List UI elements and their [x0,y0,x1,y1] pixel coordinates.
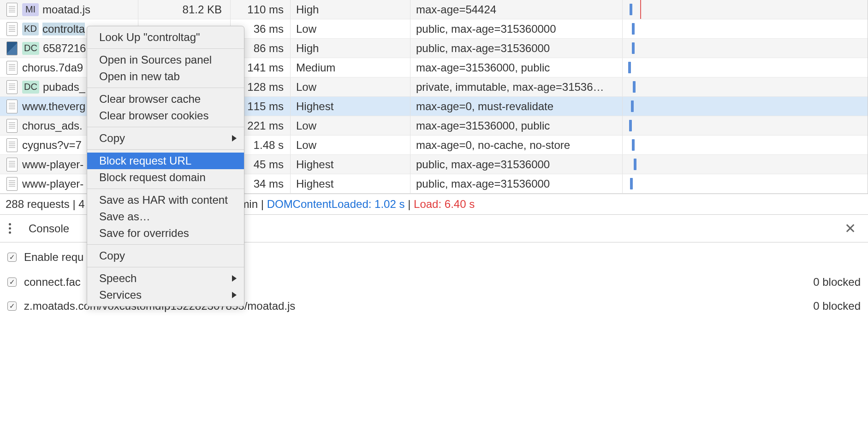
waterfall-bar [632,23,635,35]
waterfall-cell [623,136,868,154]
menu-save-overrides[interactable]: Save for overrides [87,225,244,242]
blocked-count: 0 blocked [813,300,861,313]
summary-load: Load: 6.40 s [414,198,475,210]
waterfall-bar [634,159,636,170]
script-file-icon [6,100,18,113]
priority-cell: Highest [291,155,410,174]
checkbox-icon[interactable]: ✓ [7,301,17,311]
menu-services[interactable]: Services [87,287,244,303]
initiator-badge: DC [22,42,39,55]
menu-save-har[interactable]: Save as HAR with content [87,192,244,208]
script-file-icon [6,22,18,36]
menu-divider [87,127,244,127]
script-file-icon [6,3,18,17]
menu-open-sources[interactable]: Open in Sources panel [87,52,244,68]
request-name: www-player- [22,158,83,171]
script-file-icon [6,138,18,152]
cache-cell: public, max-age=31536000 [410,155,623,174]
tab-console[interactable]: Console [23,220,75,237]
cache-cell: public, max-age=31536000 [410,174,623,193]
menu-divider [87,48,244,49]
summary-dcl: DOMContentLoaded: 1.02 s [267,198,405,210]
menu-divider [87,267,244,267]
cache-cell: public, max-age=315360000 [410,19,623,38]
menu-divider [87,189,244,189]
name-cell[interactable]: MImoatad.js [0,0,138,19]
checkbox-icon[interactable]: ✓ [7,253,17,262]
initiator-badge: MI [22,3,39,16]
menu-lookup[interactable]: Look Up "controltag" [87,29,244,46]
initiator-badge: KD [22,23,39,35]
size-cell: 81.2 KB [138,0,231,19]
request-name: cygnus?v=7 [22,139,82,152]
waterfall-bar [631,100,634,112]
script-file-icon [6,158,18,171]
menu-divider [87,88,244,88]
menu-divider [87,149,244,150]
script-file-icon [6,80,18,94]
waterfall-cell [623,0,868,19]
checkbox-icon[interactable]: ✓ [7,277,17,287]
chevron-right-icon [232,275,237,282]
time-cell: 110 ms [231,0,291,19]
menu-copy-2[interactable]: Copy [87,248,244,264]
load-event-marker [640,0,641,19]
initiator-badge: DC [22,81,39,94]
priority-cell: Medium [291,58,410,77]
chevron-right-icon [232,135,237,142]
close-icon[interactable]: ✕ [838,218,862,238]
request-name: www-player- [22,177,83,190]
waterfall-cell [623,155,868,174]
priority-cell: Low [291,116,410,135]
menu-speech[interactable]: Speech [87,270,244,287]
waterfall-bar [633,81,636,93]
network-row[interactable]: MImoatad.js81.2 KB110 msHighmax-age=5442… [0,0,868,19]
menu-copy[interactable]: Copy [87,130,244,147]
cache-cell: public, max-age=31536000 [410,39,623,58]
priority-cell: High [291,39,410,58]
request-name: moatad.js [42,3,90,16]
chevron-right-icon [232,292,237,298]
blocked-count: 0 blocked [813,276,861,289]
priority-cell: Low [291,136,410,154]
menu-divider [87,244,244,245]
script-file-icon [6,177,18,191]
menu-open-tab[interactable]: Open in new tab [87,68,244,85]
context-menu: Look Up "controltag" Open in Sources pan… [87,26,244,307]
kebab-icon[interactable] [6,220,14,236]
cache-cell: private, immutable, max-age=31536… [410,77,623,96]
menu-block-domain[interactable]: Block request domain [87,169,244,186]
waterfall-cell [623,116,868,135]
menu-block-url[interactable]: Block request URL [87,153,244,169]
request-name: www.theverg [22,100,85,113]
script-file-icon [6,61,18,75]
cache-cell: max-age=0, must-revalidate [410,97,623,116]
priority-cell: Highest [291,174,410,193]
request-name: chorus_ads. [22,119,83,132]
cache-cell: max-age=0, no-cache, no-store [410,136,623,154]
request-name: 6587216 [43,42,86,55]
waterfall-cell [623,174,868,193]
image-file-icon [6,41,18,55]
menu-clear-cookies[interactable]: Clear browser cookies [87,107,244,124]
menu-save-as[interactable]: Save as… [87,208,244,225]
priority-cell: Highest [291,97,410,116]
waterfall-cell [623,39,868,58]
request-name: pubads_ [43,81,85,94]
script-file-icon [6,119,18,133]
waterfall-bar [630,178,633,189]
request-name: controlta [42,23,85,35]
waterfall-cell [623,97,868,116]
priority-cell: Low [291,77,410,96]
waterfall-bar [628,62,631,73]
waterfall-cell [623,19,868,38]
waterfall-cell [623,77,868,96]
waterfall-bar [632,139,635,151]
summary-requests: 288 requests [6,198,70,210]
blocked-pattern[interactable]: connect.fac [24,276,81,289]
waterfall-cell [623,58,868,77]
menu-clear-cache[interactable]: Clear browser cache [87,91,244,107]
cache-cell: max-age=31536000, public [410,116,623,135]
waterfall-bar [629,120,632,131]
cache-cell: max-age=31536000, public [410,58,623,77]
